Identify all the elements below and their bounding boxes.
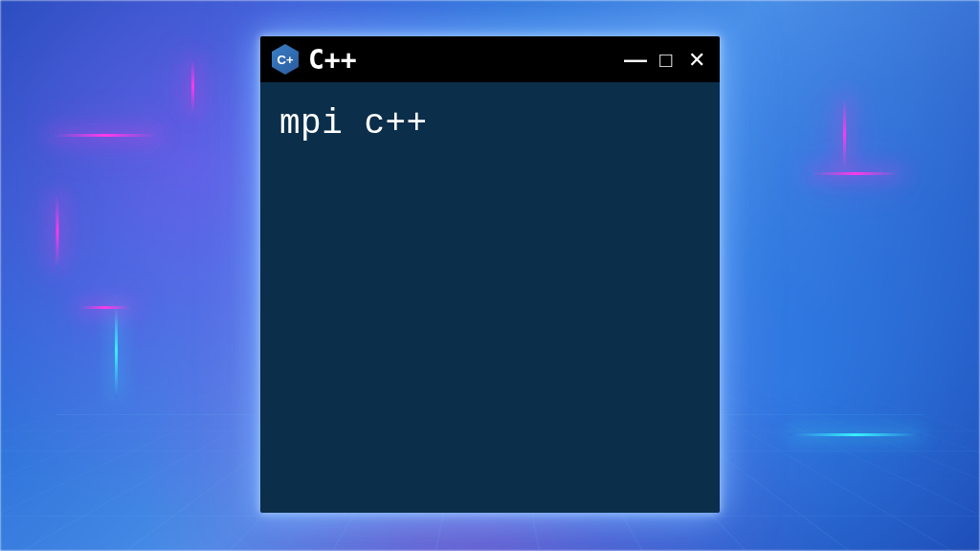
neon-accent — [191, 57, 194, 115]
cpp-logo-icon: C+ — [272, 44, 299, 75]
neon-accent — [56, 193, 59, 270]
neon-accent — [808, 172, 903, 175]
close-button[interactable] — [685, 48, 708, 71]
neon-accent — [48, 134, 163, 137]
maximize-button[interactable] — [655, 48, 678, 71]
window-titlebar[interactable]: C+ C++ — [260, 36, 720, 82]
window-title: C++ — [308, 44, 614, 76]
neon-accent — [115, 302, 118, 398]
neon-accent — [843, 96, 846, 172]
hexagon-icon: C+ — [272, 44, 299, 75]
neon-accent — [789, 433, 923, 436]
terminal-text: mpi c++ — [279, 104, 428, 143]
terminal-window: C+ C++ mpi c++ — [260, 36, 720, 513]
window-controls — [624, 48, 708, 71]
terminal-body[interactable]: mpi c++ — [260, 82, 720, 513]
neon-accent — [77, 306, 134, 309]
minimize-button[interactable] — [624, 48, 647, 71]
